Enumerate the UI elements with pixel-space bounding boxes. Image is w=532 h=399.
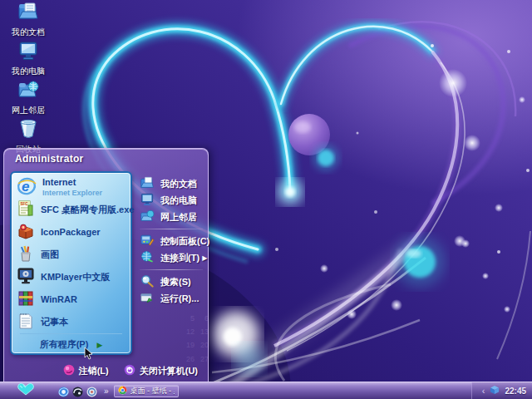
internet-explorer-icon: e [17, 176, 37, 200]
shut-down-label: 关闭计算机(U) [140, 365, 198, 377]
all-programs-arrow-icon: ▶ [96, 341, 102, 349]
menu-item-sfc-zhuoku[interactable]: SFC SFC 桌酷网专用版.exe [13, 199, 129, 221]
user-name: Administrator [15, 153, 84, 165]
my-documents-icon [17, 2, 39, 25]
all-programs-button[interactable]: 所有程序(P) ▶ [20, 333, 122, 351]
menu-item-label: 我的电脑 [160, 195, 197, 207]
sfc-label: SFC [21, 201, 29, 205]
tray-network-icon[interactable] [490, 383, 500, 398]
my-computer-icon [17, 41, 39, 64]
taskbar: » 桌面 - 壁纸 - 桌酷... ‹ [0, 382, 532, 399]
submenu-arrow-icon: ▶ [202, 254, 207, 262]
start-right-search[interactable]: 搜索(S) [140, 273, 209, 290]
taskbar-task-button[interactable]: 桌面 - 壁纸 - 桌酷... [114, 385, 179, 397]
network-places-icon [17, 80, 39, 103]
menu-item-title: SFC 桌酷网专用版.exe [41, 204, 134, 214]
desktop-icon-my-computer[interactable]: 我的电脑 [2, 41, 55, 77]
start-menu-places-list: 我的文档 我的电脑 [132, 171, 209, 355]
log-off-label: 注销(L) [79, 365, 109, 377]
menu-item-notepad[interactable]: 记事本 [13, 311, 129, 333]
search-icon [140, 274, 155, 289]
network-places-icon [140, 209, 155, 224]
menu-item-title: IconPackager [41, 227, 101, 237]
desktop-icon-network-places[interactable]: 网上邻居 [2, 80, 55, 116]
log-off-icon [63, 364, 75, 377]
start-right-run[interactable]: 运行(R)... [140, 290, 209, 307]
menu-item-label: 搜索(S) [160, 276, 191, 288]
iconpackager-icon [17, 222, 35, 244]
kmplayer-icon [17, 267, 35, 288]
task-button-label: 桌面 - 壁纸 - 桌酷... [131, 386, 175, 397]
start-menu-pinned-list: e Internet Internet Explorer [10, 171, 132, 355]
quick-launch-ie-icon[interactable] [58, 386, 69, 397]
desktop-icon-label: 网上邻居 [12, 105, 45, 116]
paint-icon [17, 244, 35, 266]
start-right-my-documents[interactable]: 我的文档 [140, 175, 209, 192]
start-menu-header: Administrator [4, 149, 208, 171]
recycle-bin-icon [17, 119, 39, 142]
clock[interactable]: 22:45 [505, 387, 526, 396]
start-right-connect-to[interactable]: 连接到(T) ▶ [140, 249, 209, 266]
menu-item-title: WinRAR [41, 294, 77, 304]
quick-launch-media-icon[interactable] [86, 386, 97, 397]
sfc-app-icon: SFC [17, 200, 35, 221]
menu-item-winrar[interactable]: WinRAR [13, 288, 129, 311]
start-menu-footer: 注销(L) 关闭计算机(U) [63, 364, 198, 377]
shut-down-button[interactable]: 关闭计算机(U) [124, 364, 198, 377]
browser-icon [118, 385, 127, 397]
menu-item-kmplayer[interactable]: KMPlayer中文版 [13, 266, 129, 288]
menu-item-label: 连接到(T) [160, 252, 200, 264]
log-off-button[interactable]: 注销(L) [63, 364, 109, 377]
start-heart-icon [17, 382, 35, 399]
menu-item-label: 运行(R)... [160, 293, 199, 305]
menu-item-internet[interactable]: e Internet Internet Explorer [13, 176, 129, 199]
menu-item-label: 我的文档 [160, 178, 197, 190]
menu-item-title: KMPlayer中文版 [41, 272, 110, 282]
menu-item-subtitle: Internet Explorer [42, 189, 102, 197]
quick-launch-overflow-icon[interactable]: » [104, 387, 109, 396]
menu-item-title: 记事本 [41, 317, 68, 327]
start-right-control-panel[interactable]: 控制面板(C) [140, 233, 209, 249]
run-icon [140, 291, 155, 306]
menu-item-title: 画图 [41, 249, 59, 259]
separator [140, 269, 203, 270]
desktop-icon-label: 我的文档 [12, 27, 45, 38]
control-panel-icon [140, 234, 155, 249]
connect-to-icon [140, 250, 155, 265]
menu-item-label: 网上邻居 [160, 211, 197, 224]
separator [140, 229, 203, 229]
system-tray: ‹ 22:45 [471, 382, 532, 399]
shut-down-icon [124, 364, 135, 377]
start-right-my-computer[interactable]: 我的电脑 [140, 192, 209, 209]
all-programs-label: 所有程序(P) [40, 338, 89, 351]
start-menu-body: e Internet Internet Explorer [10, 171, 202, 355]
desktop: 5 6 12 13 19 20 26 27 我的文档 [0, 0, 532, 399]
menu-item-label: 控制面板(C) [160, 235, 209, 248]
tray-collapse-icon[interactable]: ‹ [482, 387, 485, 396]
start-right-network-places[interactable]: 网上邻居 [140, 209, 209, 225]
menu-item-paint[interactable]: 画图 [13, 244, 129, 266]
menu-item-title: Internet [42, 177, 76, 187]
menu-item-iconpackager[interactable]: IconPackager [13, 221, 129, 244]
notepad-icon [17, 312, 35, 333]
mouse-cursor [84, 347, 94, 364]
desktop-icon-my-documents[interactable]: 我的文档 [2, 2, 55, 38]
quick-launch-kmplayer-icon[interactable] [72, 386, 83, 397]
quick-launch: » [58, 386, 112, 397]
my-computer-icon [140, 193, 155, 208]
desktop-icon-label: 我的电脑 [12, 66, 45, 77]
start-menu: Administrator e Internet Internet Expl [3, 148, 209, 383]
winrar-icon [17, 289, 35, 311]
start-button[interactable] [0, 382, 52, 399]
my-documents-icon [140, 176, 155, 191]
